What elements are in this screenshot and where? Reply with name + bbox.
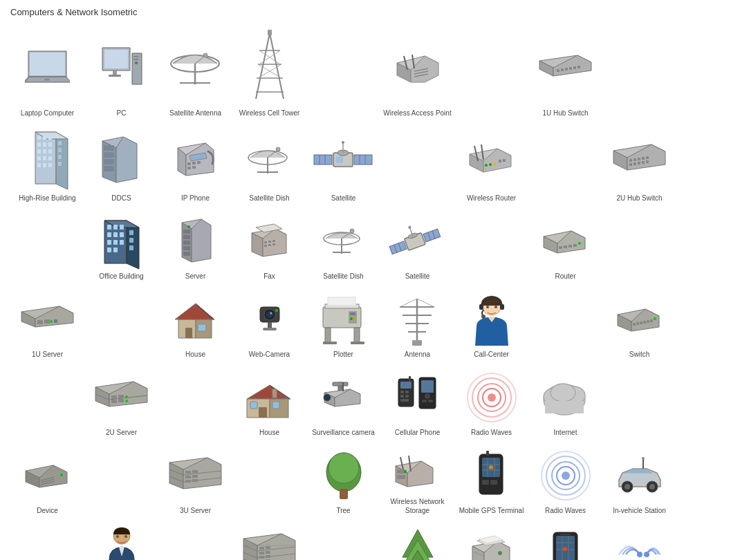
2u-server-icon-cell[interactable]: 2U Server — [84, 364, 158, 442]
svg-rect-148 — [183, 246, 190, 250]
laptop-icon-cell[interactable]: Laptop Computer — [10, 24, 84, 123]
pc-icon — [94, 30, 149, 106]
fir-tree-icon — [390, 526, 445, 560]
radio-waves2-label: Radio Waves — [545, 506, 586, 515]
office-building-icon-cell[interactable]: Office Building — [84, 208, 158, 286]
ddcs-icon — [94, 129, 149, 191]
svg-rect-168 — [423, 229, 440, 242]
web-camera-icon-cell[interactable]: Web-Camera — [232, 286, 306, 364]
svg-rect-206 — [328, 297, 355, 306]
satellite1-icon-cell[interactable]: Satellite — [306, 123, 380, 208]
radio-waves1-icon-cell[interactable]: Radio Waves — [454, 364, 528, 442]
svg-rect-131 — [107, 232, 111, 237]
svg-rect-47 — [577, 66, 580, 68]
man-icon — [94, 526, 149, 560]
house2-icon-cell[interactable]: House — [232, 364, 306, 442]
satellite-dish2-label: Satellite Dish — [323, 272, 363, 281]
svg-point-340 — [642, 457, 645, 460]
3u-server-icon-cell[interactable]: 3U Server — [158, 442, 232, 521]
fir-tree-icon-cell[interactable]: Fir-Tree — [380, 521, 454, 560]
surveillance-camera-icon-cell[interactable]: Surveillance camera — [306, 364, 380, 442]
device-icon-cell[interactable]: Device — [10, 442, 84, 521]
in-vehicle-station-icon-cell[interactable]: In-vehicle Station — [602, 442, 676, 521]
wireless-access-point-label: Wireless Access Point — [383, 109, 451, 118]
svg-point-165 — [350, 229, 354, 233]
plotter-icon-cell[interactable]: Plotter — [306, 286, 380, 364]
1u-hub-switch-icon-cell[interactable]: 1U Hub Switch — [528, 24, 602, 123]
svg-rect-195 — [185, 328, 192, 338]
printer-icon-cell[interactable]: Printer — [454, 521, 528, 560]
printer-icon — [464, 526, 519, 560]
4u-server-icon-cell[interactable]: 4U Server — [232, 521, 306, 560]
wireless-network-storage-icon — [390, 448, 445, 494]
server-icon-cell[interactable]: Server — [158, 208, 232, 286]
svg-rect-329 — [486, 451, 489, 456]
pc-icon-cell[interactable]: PC — [84, 24, 158, 123]
svg-rect-42 — [557, 69, 559, 72]
call-center-label: Call-Center — [474, 350, 509, 359]
tree-icon-cell[interactable]: Tree — [306, 442, 380, 521]
satellite-dish1-icon-cell[interactable]: Satellite Dish — [232, 123, 306, 208]
radio-waves3-icon-cell[interactable]: Radio Waves — [602, 521, 676, 560]
router-icon-cell[interactable]: Router — [528, 208, 602, 286]
svg-rect-311 — [340, 489, 348, 499]
satellite-antenna-icon-cell[interactable]: Satellite Antenna — [158, 24, 232, 123]
svg-rect-43 — [561, 68, 564, 71]
mobile-gps-icon-cell[interactable]: Mobile GPS Terminal — [454, 442, 528, 521]
high-rise-building-icon-cell[interactable]: High-Rise Building — [10, 123, 84, 208]
ddcs-label: DDCS — [111, 194, 131, 203]
svg-rect-157 — [272, 240, 275, 242]
ip-phone-icon-cell[interactable]: IP Phone — [158, 123, 232, 208]
2u-hub-switch-icon-cell[interactable]: 2U Hub Switch — [602, 123, 676, 208]
call-center-icon-cell[interactable]: Call-Center — [454, 286, 528, 364]
svg-marker-1 — [30, 53, 65, 75]
svg-rect-247 — [118, 399, 124, 402]
svg-rect-51 — [37, 136, 41, 140]
wireless-network-storage-label: Wireless Network Storage — [383, 497, 452, 515]
switch-icon-cell[interactable]: Switch — [602, 286, 676, 364]
wireless-cell-tower-icon-cell[interactable]: Wireless Cell Tower — [232, 24, 306, 123]
svg-rect-9 — [109, 75, 121, 77]
svg-rect-132 — [113, 232, 118, 237]
satellite-dish1-label: Satellite Dish — [249, 194, 289, 203]
svg-rect-55 — [43, 142, 46, 147]
house1-icon-cell[interactable]: House — [158, 286, 232, 364]
svg-rect-155 — [264, 241, 267, 243]
radio-waves2-icon-cell[interactable]: Radio Waves — [528, 442, 602, 521]
wireless-router-icon-cell[interactable]: Wireless Router — [454, 123, 528, 208]
svg-rect-181 — [568, 245, 572, 248]
svg-marker-250 — [247, 385, 290, 399]
svg-point-342 — [116, 535, 119, 538]
svg-rect-52 — [43, 136, 46, 140]
antenna-icon-cell[interactable]: Antenna — [380, 286, 454, 364]
cellular-phone-icon-cell[interactable]: Cellular Phone — [380, 364, 454, 442]
man-icon-cell[interactable]: Man — [84, 521, 158, 560]
office-building-icon — [94, 214, 149, 269]
svg-point-200 — [270, 312, 272, 315]
svg-rect-222 — [412, 340, 422, 346]
svg-rect-271 — [405, 395, 409, 398]
switch-icon — [612, 292, 667, 347]
satellite2-icon-cell[interactable]: Satellite — [380, 208, 454, 286]
svg-point-338 — [649, 484, 655, 489]
1u-server-label: 1U Server — [32, 350, 63, 359]
1u-server-icon — [20, 292, 75, 347]
svg-rect-124 — [646, 160, 649, 163]
gps-phone-icon-cell[interactable]: GPS Phone — [528, 521, 602, 560]
svg-rect-318 — [397, 475, 405, 479]
svg-rect-232 — [633, 323, 636, 326]
svg-point-276 — [425, 393, 430, 399]
svg-rect-111 — [503, 159, 506, 162]
satellite-dish2-icon-cell[interactable]: Satellite Dish — [306, 208, 380, 286]
svg-rect-136 — [120, 240, 124, 245]
svg-rect-60 — [37, 156, 41, 160]
wireless-network-storage-icon-cell[interactable]: Wireless Network Storage — [380, 442, 454, 521]
svg-rect-53 — [48, 136, 52, 140]
tree-label: Tree — [336, 506, 350, 515]
fax-icon-cell[interactable]: Fax — [232, 208, 306, 286]
wireless-access-point-icon-cell[interactable]: Wireless Access Point — [380, 24, 454, 123]
ddcs-icon-cell[interactable]: DDCS — [84, 123, 158, 208]
svg-point-248 — [125, 395, 128, 398]
internet-icon-cell[interactable]: Internet — [528, 364, 602, 442]
1u-server-icon-cell[interactable]: 1U Server — [10, 286, 84, 364]
